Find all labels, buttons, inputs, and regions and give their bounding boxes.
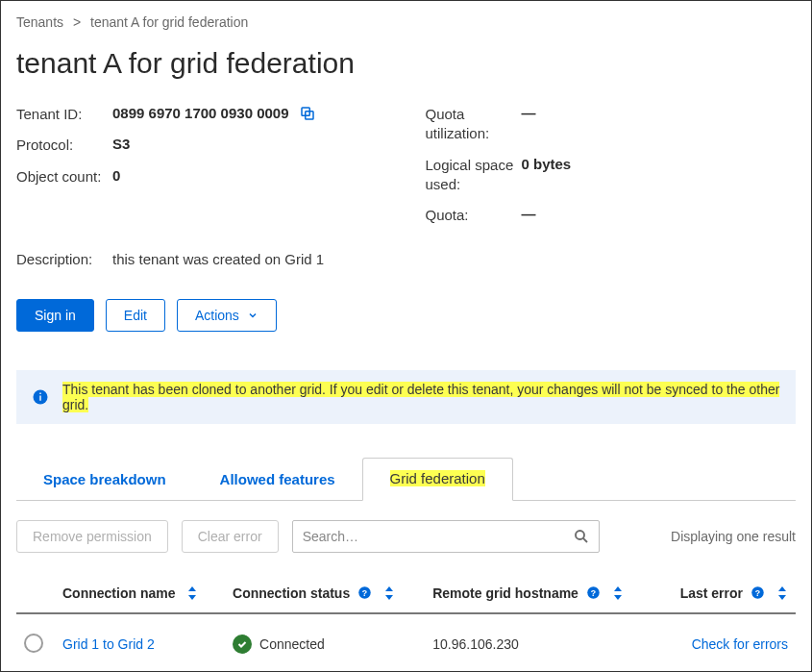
protocol-value: S3: [112, 136, 130, 152]
quota-label: Quota:: [426, 206, 522, 225]
tab-bar: Space breakdown Allowed features Grid fe…: [16, 457, 796, 501]
svg-text:?: ?: [755, 588, 760, 598]
edit-button[interactable]: Edit: [106, 299, 165, 332]
sort-icon[interactable]: [186, 586, 198, 600]
logical-space-label: Logical space used:: [426, 156, 522, 195]
svg-marker-19: [778, 586, 786, 591]
copy-icon[interactable]: [299, 105, 316, 122]
svg-marker-8: [188, 595, 196, 600]
svg-marker-20: [778, 595, 786, 600]
tab-space-breakdown[interactable]: Space breakdown: [16, 460, 193, 501]
svg-text:?: ?: [591, 588, 596, 598]
help-icon[interactable]: ?: [357, 585, 372, 600]
sort-icon[interactable]: [776, 586, 788, 600]
actions-button[interactable]: Actions: [177, 299, 277, 332]
svg-rect-4: [39, 392, 41, 394]
check-for-errors-link[interactable]: Check for errors: [692, 636, 788, 652]
object-count-value: 0: [112, 167, 120, 184]
tenant-id-value: 0899 6970 1700 0930 0009: [112, 105, 289, 121]
remove-permission-button[interactable]: Remove permission: [16, 520, 168, 553]
info-banner-message: This tenant has been cloned to another g…: [62, 382, 779, 412]
description-value: this tenant was created on Grid 1: [112, 251, 324, 267]
info-icon: [32, 388, 49, 406]
breadcrumb-root[interactable]: Tenants: [16, 14, 63, 30]
col-last-error: Last error: [680, 585, 743, 601]
breadcrumb-separator: >: [73, 14, 81, 30]
check-circle-icon: [233, 635, 252, 654]
svg-marker-7: [188, 586, 196, 591]
tenant-id-label: Tenant ID:: [16, 105, 112, 124]
description-label: Description:: [16, 250, 112, 269]
tab-grid-federation[interactable]: Grid federation: [362, 458, 513, 501]
col-connection-name: Connection name: [62, 585, 175, 601]
connection-name-link[interactable]: Grid 1 to Grid 2: [62, 636, 155, 652]
actions-button-label: Actions: [195, 308, 239, 323]
clear-error-button[interactable]: Clear error: [182, 520, 279, 553]
row-radio[interactable]: [24, 634, 43, 653]
protocol-label: Protocol:: [16, 136, 112, 155]
col-connection-status: Connection status: [233, 585, 350, 601]
connection-status-value: Connected: [259, 636, 325, 652]
breadcrumb: Tenants > tenant A for grid federation: [16, 14, 796, 30]
search-icon[interactable]: [573, 528, 590, 545]
table-row: Grid 1 to Grid 2 Connected 10.96.106.230…: [16, 613, 796, 673]
result-count-text: Displaying one result: [671, 529, 796, 544]
svg-marker-15: [614, 586, 622, 591]
connections-table: Connection name Connection status ?: [16, 576, 796, 673]
svg-marker-12: [385, 595, 393, 600]
breadcrumb-current: tenant A for grid federation: [90, 14, 248, 30]
svg-marker-11: [385, 586, 393, 591]
sort-icon[interactable]: [383, 586, 395, 600]
sign-in-button[interactable]: Sign in: [16, 299, 94, 332]
help-icon[interactable]: ?: [750, 585, 765, 600]
remote-hostname-value: 10.96.106.230: [432, 636, 519, 652]
chevron-down-icon: [247, 310, 258, 321]
svg-marker-16: [614, 595, 622, 600]
logical-space-value: 0 bytes: [522, 156, 572, 172]
tab-allowed-features[interactable]: Allowed features: [193, 460, 362, 501]
page-title: tenant A for grid federation: [16, 47, 796, 80]
info-banner: This tenant has been cloned to another g…: [16, 370, 796, 424]
quota-util-value: —: [522, 105, 536, 121]
svg-rect-3: [39, 395, 41, 400]
object-count-label: Object count:: [16, 167, 112, 187]
svg-point-5: [576, 531, 584, 539]
help-icon[interactable]: ?: [586, 585, 601, 600]
search-input[interactable]: [292, 520, 600, 553]
quota-util-label: Quota utilization:: [426, 105, 522, 144]
sort-icon[interactable]: [612, 586, 624, 600]
svg-line-6: [583, 537, 587, 541]
col-remote-hostname: Remote grid hostname: [432, 585, 578, 601]
quota-value: —: [522, 206, 536, 222]
svg-text:?: ?: [362, 588, 367, 598]
